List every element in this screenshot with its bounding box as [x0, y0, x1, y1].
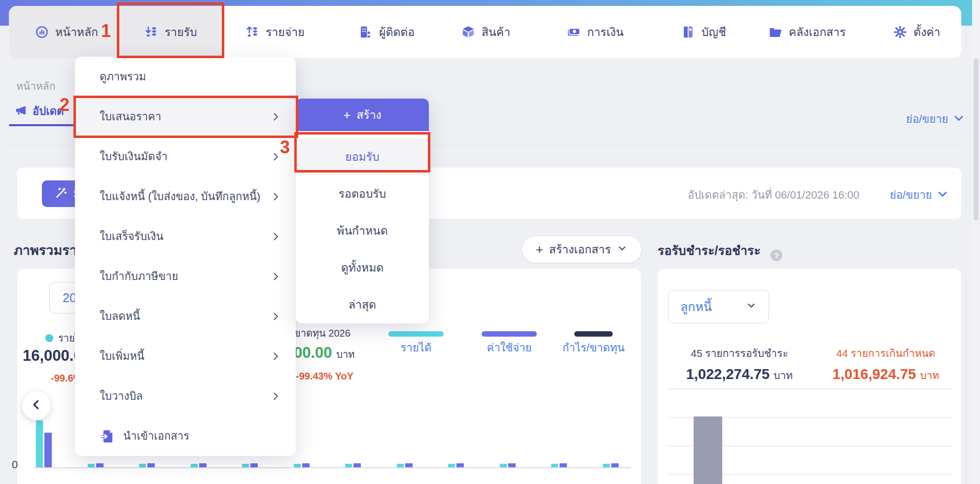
chevron-down-icon: [746, 300, 757, 313]
legend-swatch[interactable]: [388, 331, 444, 337]
chevron-right-icon: [270, 151, 281, 162]
plus-icon: +: [536, 243, 543, 256]
menu-item[interactable]: ใบเสนอราคา: [75, 97, 296, 137]
menu-item[interactable]: ใบแจ้งหนี้ (ใบส่งของ, บันทึกลูกหนี้): [75, 176, 296, 216]
pending-amount-number: 1,022,274.75: [686, 366, 770, 382]
chart-bar: [199, 463, 207, 467]
nav-item-label: การเงิน: [587, 23, 624, 41]
menu-item[interactable]: นำเข้าเอกสาร: [75, 416, 296, 456]
last-updated-text: อัปเดตล่าสุด: วันที่ 06/01/2026 16:00: [688, 186, 859, 204]
chart-bar: [88, 464, 95, 467]
chart-bar: [405, 463, 413, 467]
debtor-select-value: ลูกหนี้: [680, 297, 712, 316]
nav-item-accounting[interactable]: บัญชี: [681, 6, 726, 58]
menu-item[interactable]: ดูภาพรวม: [75, 57, 296, 97]
chart-bar: [560, 463, 567, 467]
teal-dot-icon: [45, 334, 53, 342]
collapse-expand-toggle-banner[interactable]: ย่อ/ขยาย: [890, 186, 948, 204]
collapse-expand-toggle-top[interactable]: ย่อ/ขยาย: [906, 110, 965, 128]
nav-item-products[interactable]: สินค้า: [461, 6, 510, 58]
legend-swatch[interactable]: [574, 331, 613, 337]
finance-icon: [566, 25, 581, 39]
menu-item[interactable]: ใบกำกับภาษีขาย: [75, 256, 296, 296]
legend-label[interactable]: กำไร/ขาดทุน: [549, 339, 638, 356]
nav-item-label: คลังเอกสาร: [789, 23, 846, 41]
nav-item-label: หน้าหลัก: [55, 23, 98, 41]
overview-section-title: ภาพรวมราย: [14, 240, 85, 261]
submenu-item-label: ยอมรับ: [345, 148, 379, 166]
loss-stat-delta: -99.43% YoY: [296, 371, 353, 382]
menu-item-label: ดูภาพรวม: [100, 68, 281, 85]
menu-item[interactable]: ใบรับเงินมัดจำ: [75, 137, 296, 176]
scrollbar-thumb[interactable]: [974, 58, 979, 221]
menu-item[interactable]: ใบเพิ่มหนี้: [75, 336, 296, 376]
submenu-item[interactable]: รอตอบรับ: [296, 175, 429, 212]
nav-item-documents[interactable]: คลังเอกสาร: [768, 6, 846, 58]
submenu-item[interactable]: ยอมรับ: [296, 138, 429, 175]
receivables-bar: [694, 416, 722, 484]
nav-item-home-chart[interactable]: หน้าหลัก: [35, 6, 98, 58]
nav-item-finance[interactable]: การเงิน: [566, 6, 624, 58]
nav-items: หน้าหลักรายรับรายจ่ายผู้ติดต่อสินค้าการเ…: [9, 6, 961, 58]
help-icon[interactable]: ?: [770, 249, 782, 261]
chart-previous-button[interactable]: [22, 391, 51, 420]
menu-item[interactable]: ใบวางบิล: [75, 376, 296, 416]
nav-item-income[interactable]: รายรับ: [144, 6, 197, 58]
nav-item-settings[interactable]: ตั้งค่า: [893, 6, 940, 58]
submenu-item[interactable]: พ้นกำหนด: [296, 212, 429, 249]
create-document-button[interactable]: + สร้างเอกสาร: [522, 236, 642, 263]
chart-bar: [139, 464, 146, 467]
nav-item-label: รายรับ: [165, 23, 197, 41]
submenu-item-label: ดูทั้งหมด: [341, 259, 384, 277]
pending-receivable-stat: 45 รายการรอรับชำระ 1,022,274.75 บาท: [665, 345, 813, 383]
menu-item-label: ใบแจ้งหนี้ (ใบส่งของ, บันทึกลูกหนี้): [100, 188, 270, 205]
chart-bar: [242, 464, 249, 467]
chevron-right-icon: [270, 311, 281, 322]
settings-icon: [893, 25, 908, 39]
expense-icon: [245, 25, 260, 39]
nav-item-label: สินค้า: [482, 23, 510, 41]
chart-bar: [147, 463, 155, 467]
create-quotation-label: สร้าง: [356, 106, 382, 124]
menu-item-label: ใบกำกับภาษีขาย: [100, 268, 270, 285]
magic-wand-icon: [55, 186, 68, 201]
menu-item-label: ใบรับเงินมัดจำ: [100, 148, 270, 165]
chart-bar: [456, 463, 464, 467]
overdue-amount-unit: บาท: [920, 370, 939, 381]
chevron-down-icon: [617, 243, 628, 256]
chevron-left-icon: [30, 398, 43, 413]
tab-updates[interactable]: อัปเดต: [14, 103, 64, 120]
x-axis-line: [35, 467, 631, 468]
submenu-item-label: ล่าสุด: [349, 296, 376, 313]
legend-label[interactable]: ค่าใช้จ่าย: [465, 339, 554, 356]
nav-item-contacts[interactable]: ผู้ติดต่อ: [358, 6, 415, 58]
y-axis-zero-label: 0: [12, 458, 18, 471]
chart-bar: [96, 463, 104, 467]
menu-item-label: ใบเสร็จรับเงิน: [100, 228, 270, 245]
menu-item-label: ใบเสนอราคา: [100, 108, 270, 125]
menu-item[interactable]: ใบเสร็จรับเงิน: [75, 216, 296, 256]
submenu-item-label: พ้นกำหนด: [337, 222, 388, 240]
overdue-receivable-stat: 44 รายการเกินกำหนด 1,016,924.75 บาท: [814, 345, 957, 383]
submenu-item[interactable]: ดูทั้งหมด: [296, 249, 429, 286]
chevron-right-icon: [270, 191, 281, 202]
chevron-right-icon: [270, 271, 281, 282]
create-quotation-button[interactable]: + สร้าง: [296, 99, 429, 131]
chart-bar: [611, 463, 619, 467]
debtor-select[interactable]: ลูกหนี้: [668, 290, 769, 323]
app-screen: หน้าหลักรายรับรายจ่ายผู้ติดต่อสินค้าการเ…: [0, 0, 980, 484]
chevron-right-icon: [270, 391, 281, 402]
nav-item-label: รายจ่าย: [266, 23, 305, 41]
nav-item-expense[interactable]: รายจ่าย: [245, 6, 305, 58]
chevron-down-icon: [937, 188, 948, 202]
submenu-item[interactable]: ล่าสุด: [296, 286, 429, 323]
menu-item-label: นำเข้าเอกสาร: [123, 427, 281, 445]
chart-bar: [508, 463, 516, 467]
menu-item-label: ใบเพิ่มหนี้: [100, 347, 270, 365]
menu-item[interactable]: ใบลดหนี้: [75, 296, 296, 336]
legend-label[interactable]: รายได้: [372, 339, 460, 356]
products-icon: [461, 25, 476, 39]
pending-amount: 1,022,274.75 บาท: [665, 366, 813, 383]
annotation-number-1: 1: [101, 21, 111, 41]
legend-swatch[interactable]: [482, 331, 537, 337]
